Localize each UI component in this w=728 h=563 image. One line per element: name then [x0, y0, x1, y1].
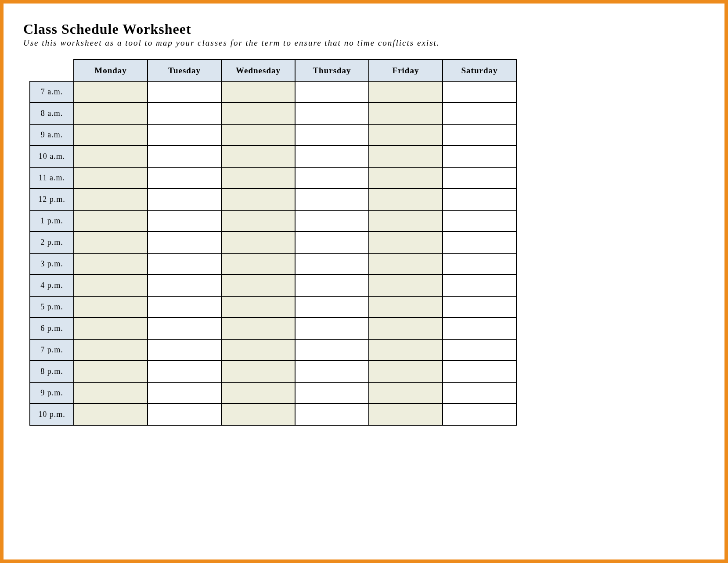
schedule-slot[interactable]: [148, 404, 221, 425]
schedule-slot[interactable]: [148, 232, 221, 253]
schedule-slot[interactable]: [369, 232, 443, 253]
schedule-slot[interactable]: [369, 146, 443, 167]
schedule-slot[interactable]: [221, 382, 295, 404]
schedule-slot[interactable]: [148, 296, 221, 318]
schedule-slot[interactable]: [295, 318, 369, 339]
schedule-slot[interactable]: [221, 404, 295, 425]
schedule-slot[interactable]: [74, 296, 148, 318]
schedule-slot[interactable]: [221, 167, 295, 189]
table-row: 9 p.m.: [30, 382, 516, 404]
schedule-slot[interactable]: [295, 210, 369, 232]
schedule-slot[interactable]: [443, 275, 516, 296]
schedule-slot[interactable]: [295, 339, 369, 361]
schedule-slot[interactable]: [148, 382, 221, 404]
schedule-slot[interactable]: [295, 189, 369, 210]
schedule-slot[interactable]: [74, 404, 148, 425]
schedule-slot[interactable]: [148, 81, 221, 103]
schedule-slot[interactable]: [74, 146, 148, 167]
schedule-slot[interactable]: [295, 382, 369, 404]
schedule-slot[interactable]: [148, 339, 221, 361]
schedule-slot[interactable]: [74, 382, 148, 404]
schedule-slot[interactable]: [295, 275, 369, 296]
schedule-slot[interactable]: [74, 339, 148, 361]
schedule-slot[interactable]: [221, 361, 295, 382]
schedule-slot[interactable]: [74, 189, 148, 210]
schedule-slot[interactable]: [443, 189, 516, 210]
schedule-slot[interactable]: [148, 361, 221, 382]
schedule-slot[interactable]: [221, 339, 295, 361]
schedule-slot[interactable]: [295, 167, 369, 189]
schedule-slot[interactable]: [369, 339, 443, 361]
schedule-slot[interactable]: [443, 167, 516, 189]
schedule-slot[interactable]: [295, 81, 369, 103]
schedule-slot[interactable]: [148, 167, 221, 189]
schedule-slot[interactable]: [148, 146, 221, 167]
schedule-slot[interactable]: [148, 189, 221, 210]
schedule-slot[interactable]: [443, 318, 516, 339]
schedule-slot[interactable]: [443, 382, 516, 404]
schedule-slot[interactable]: [369, 189, 443, 210]
schedule-slot[interactable]: [369, 124, 443, 146]
schedule-slot[interactable]: [295, 103, 369, 124]
schedule-slot[interactable]: [148, 124, 221, 146]
schedule-slot[interactable]: [221, 210, 295, 232]
time-label: 6 p.m.: [30, 318, 74, 339]
schedule-slot[interactable]: [295, 146, 369, 167]
schedule-slot[interactable]: [295, 232, 369, 253]
schedule-slot[interactable]: [369, 318, 443, 339]
schedule-slot[interactable]: [369, 81, 443, 103]
schedule-slot[interactable]: [369, 296, 443, 318]
schedule-slot[interactable]: [74, 103, 148, 124]
schedule-slot[interactable]: [74, 232, 148, 253]
schedule-slot[interactable]: [443, 404, 516, 425]
schedule-slot[interactable]: [221, 253, 295, 275]
schedule-slot[interactable]: [148, 253, 221, 275]
time-label: 7 p.m.: [30, 339, 74, 361]
schedule-slot[interactable]: [443, 339, 516, 361]
schedule-slot[interactable]: [295, 404, 369, 425]
schedule-slot[interactable]: [221, 296, 295, 318]
schedule-slot[interactable]: [74, 210, 148, 232]
schedule-slot[interactable]: [369, 361, 443, 382]
schedule-slot[interactable]: [221, 189, 295, 210]
schedule-slot[interactable]: [443, 81, 516, 103]
schedule-slot[interactable]: [443, 124, 516, 146]
schedule-slot[interactable]: [221, 124, 295, 146]
schedule-slot[interactable]: [369, 103, 443, 124]
schedule-slot[interactable]: [369, 210, 443, 232]
schedule-slot[interactable]: [443, 210, 516, 232]
schedule-slot[interactable]: [221, 232, 295, 253]
schedule-slot[interactable]: [74, 275, 148, 296]
schedule-slot[interactable]: [74, 167, 148, 189]
schedule-slot[interactable]: [443, 361, 516, 382]
schedule-slot[interactable]: [74, 124, 148, 146]
schedule-slot[interactable]: [443, 146, 516, 167]
schedule-slot[interactable]: [148, 275, 221, 296]
schedule-slot[interactable]: [369, 253, 443, 275]
schedule-slot[interactable]: [295, 296, 369, 318]
schedule-slot[interactable]: [443, 103, 516, 124]
schedule-slot[interactable]: [369, 404, 443, 425]
schedule-slot[interactable]: [74, 81, 148, 103]
schedule-slot[interactable]: [295, 361, 369, 382]
schedule-slot[interactable]: [221, 103, 295, 124]
schedule-slot[interactable]: [148, 103, 221, 124]
schedule-slot[interactable]: [443, 232, 516, 253]
schedule-slot[interactable]: [74, 253, 148, 275]
schedule-slot[interactable]: [221, 275, 295, 296]
schedule-slot[interactable]: [221, 318, 295, 339]
schedule-slot[interactable]: [443, 253, 516, 275]
schedule-slot[interactable]: [295, 253, 369, 275]
schedule-slot[interactable]: [221, 81, 295, 103]
schedule-slot[interactable]: [148, 318, 221, 339]
schedule-slot[interactable]: [369, 275, 443, 296]
table-row: 8 p.m.: [30, 361, 516, 382]
schedule-slot[interactable]: [148, 210, 221, 232]
schedule-slot[interactable]: [74, 361, 148, 382]
schedule-slot[interactable]: [221, 146, 295, 167]
schedule-slot[interactable]: [369, 382, 443, 404]
schedule-slot[interactable]: [295, 124, 369, 146]
schedule-slot[interactable]: [74, 318, 148, 339]
schedule-slot[interactable]: [369, 167, 443, 189]
schedule-slot[interactable]: [443, 296, 516, 318]
